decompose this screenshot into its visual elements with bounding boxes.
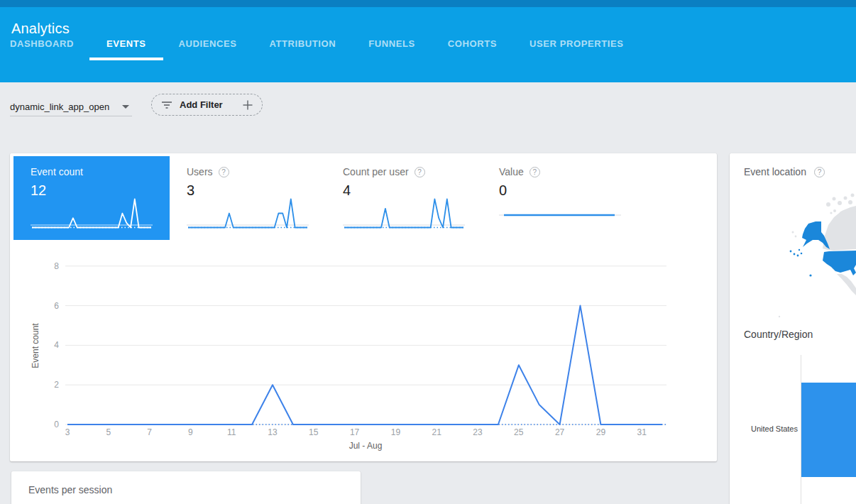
tab-cohorts[interactable]: COHORTS — [448, 31, 497, 60]
metric-label-text: Users — [187, 166, 213, 177]
svg-text:23: 23 — [473, 427, 483, 437]
help-icon[interactable]: ? — [415, 167, 425, 177]
svg-text:2: 2 — [54, 380, 59, 390]
world-map[interactable] — [730, 192, 856, 330]
united-states-bar[interactable] — [801, 383, 856, 477]
metric-tiles-row: Event count12Users?3Count per user?4Valu… — [13, 156, 638, 240]
metric-label: Value? — [499, 166, 621, 177]
add-filter-label: Add Filter — [180, 99, 223, 110]
users-sparkline — [187, 194, 309, 234]
map-small-islands — [779, 231, 797, 318]
events-per-session-title: Events per session — [28, 484, 112, 495]
svg-text:4: 4 — [54, 340, 59, 350]
filter-icon — [161, 100, 172, 110]
svg-text:0: 0 — [54, 420, 59, 429]
svg-text:Jul - Aug: Jul - Aug — [349, 441, 383, 451]
map-region-united-states — [823, 251, 856, 275]
metric-label-text: Count per user — [343, 166, 409, 177]
event-count-sparkline — [31, 194, 153, 234]
svg-text:27: 27 — [555, 427, 565, 437]
event-location-card: Event location ? Country/Region United S… — [730, 153, 856, 504]
svg-text:25: 25 — [514, 427, 524, 437]
status-strip — [0, 0, 856, 7]
metric-tile-event-count[interactable]: Event count12 — [13, 156, 170, 240]
value-sparkline — [499, 194, 621, 234]
tab-user-properties[interactable]: USER PROPERTIES — [529, 31, 624, 60]
metric-tile-count-per-user[interactable]: Count per user?4 — [326, 156, 482, 240]
tab-attribution[interactable]: ATTRIBUTION — [270, 31, 336, 60]
tab-events[interactable]: EVENTS — [106, 31, 146, 60]
svg-text:6: 6 — [54, 301, 59, 311]
metric-label-text: Event count — [31, 166, 83, 177]
chevron-down-icon — [122, 105, 129, 109]
svg-text:7: 7 — [147, 427, 152, 437]
svg-text:17: 17 — [350, 427, 360, 437]
metric-label: Count per user? — [343, 166, 465, 177]
map-island-hawaii — [809, 274, 811, 276]
metric-label: Event count — [31, 166, 153, 177]
help-icon[interactable]: ? — [529, 167, 540, 177]
svg-text:8: 8 — [54, 261, 59, 271]
country-bar-label: United States — [730, 424, 798, 433]
metric-label: Users? — [187, 166, 309, 177]
country-region-heading: Country/Region — [744, 329, 813, 340]
svg-text:31: 31 — [637, 427, 647, 437]
svg-text:3: 3 — [65, 427, 70, 437]
metric-label-text: Value — [499, 166, 524, 177]
svg-text:13: 13 — [268, 427, 278, 437]
svg-text:29: 29 — [596, 427, 606, 437]
help-icon[interactable]: ? — [814, 167, 825, 177]
events-per-session-card: Events per session — [11, 471, 361, 504]
metric-tile-users[interactable]: Users?3 — [170, 156, 326, 240]
app-header: Analytics DASHBOARDEVENTSAUDIENCESATTRIB… — [0, 7, 856, 82]
svg-text:9: 9 — [188, 427, 193, 437]
event-count-line-chart[interactable]: 0246835791113151719212325272931Jul - Aug — [10, 256, 717, 461]
svg-text:19: 19 — [391, 427, 401, 437]
event-detail-card: Event count12Users?3Count per user?4Valu… — [10, 153, 717, 461]
tab-dashboard[interactable]: DASHBOARD — [10, 31, 74, 60]
tab-audiences[interactable]: AUDIENCES — [179, 31, 237, 60]
map-aleutian-islands — [790, 249, 803, 257]
map-region-mexico — [837, 274, 856, 295]
tab-bar: DASHBOARDEVENTSAUDIENCESATTRIBUTIONFUNNE… — [10, 31, 624, 60]
help-icon[interactable]: ? — [219, 167, 229, 177]
plus-icon — [243, 100, 253, 110]
event-selector-dropdown[interactable]: dynamic_link_app_open — [10, 98, 132, 116]
add-filter-button[interactable]: Add Filter — [151, 94, 263, 116]
event-selector-value: dynamic_link_app_open — [10, 102, 109, 112]
svg-text:11: 11 — [227, 427, 236, 437]
svg-text:5: 5 — [106, 427, 111, 437]
count-per-user-sparkline — [343, 194, 465, 234]
metric-tile-value[interactable]: Value?0 — [482, 156, 638, 240]
tab-funnels[interactable]: FUNNELS — [368, 31, 415, 60]
event-location-title: Event location — [744, 166, 806, 177]
svg-text:15: 15 — [309, 427, 319, 437]
svg-text:21: 21 — [432, 427, 442, 437]
